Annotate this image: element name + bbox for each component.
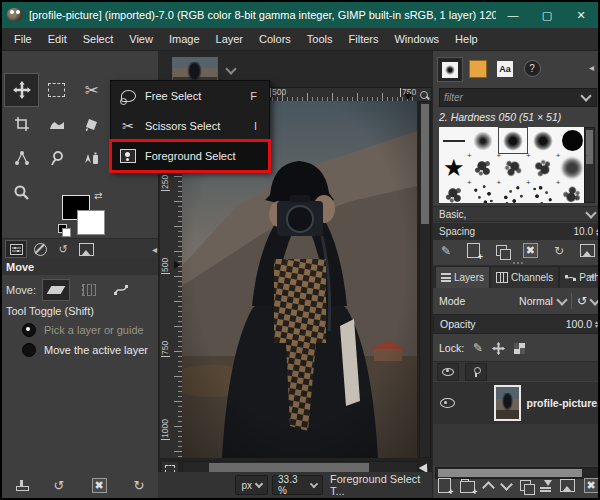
background-color-swatch[interactable] [77,210,105,235]
menu-windows[interactable]: Windows [386,30,447,48]
move-tool-button[interactable] [4,73,39,107]
new-layer-icon[interactable] [438,478,451,493]
spin-down-icon[interactable]: ▾ [596,232,599,236]
new-group-icon[interactable] [460,481,475,493]
ink-airbrush-tool-button[interactable] [74,141,109,175]
layer-visibility-toggle[interactable] [433,398,462,408]
vertical-scrollbar[interactable] [419,101,431,458]
open-brush-icon[interactable] [580,244,595,257]
smudge-tool-button[interactable] [39,107,74,141]
move-selection-button[interactable] [76,280,102,300]
menu-tools[interactable]: Tools [299,30,341,48]
menu-item-free-select[interactable]: Free Select F [111,81,269,111]
mode-dropdown[interactable]: Normal [519,295,566,307]
layer-thumbnail[interactable] [494,385,521,421]
save-preset-icon[interactable] [16,480,27,491]
image-tab-menu-icon[interactable] [224,64,238,76]
images-tab[interactable] [76,241,96,257]
delete-preset-icon[interactable]: ✖ [92,478,107,493]
opacity-spinner[interactable]: ▴ ▾ [595,320,598,328]
brush-thumbnail[interactable] [469,154,499,181]
brush-thumbnail[interactable] [469,127,499,154]
duplicate-brush-icon[interactable] [496,245,507,256]
visibility-column-button[interactable] [437,363,459,381]
spacing-spinner[interactable]: ▴ ▾ [596,228,599,236]
patterns-tab[interactable] [466,57,490,80]
move-path-button[interactable] [108,280,134,300]
scissors-select-tool-button[interactable]: ✂ [74,73,109,107]
brush-thumbnail[interactable] [439,181,469,203]
link-column-button[interactable] [465,363,487,381]
menu-edit[interactable]: Edit [40,30,75,48]
raise-layer-icon[interactable] [482,481,495,494]
chevron-down-icon[interactable] [589,294,600,305]
dock-collapse-icon[interactable]: ◂ [589,270,594,281]
lock-alpha-icon[interactable] [514,343,525,354]
duplicate-layer-icon[interactable] [520,480,531,491]
menu-select[interactable]: Select [75,30,122,48]
brush-grid-scrollbar[interactable] [584,127,595,203]
zoom-dropdown[interactable]: 33.3 % [272,475,323,495]
chevron-down-icon[interactable] [580,90,591,101]
spacing-slider[interactable]: Spacing 10.0 ▴ ▾ [433,223,600,240]
menu-file[interactable]: File [6,30,40,48]
bucket-fill-tool-button[interactable] [74,107,109,141]
brush-thumbnail[interactable] [528,154,558,181]
edit-brush-icon[interactable]: ✎ [441,244,451,258]
brush-thumbnail[interactable] [439,127,469,154]
fonts-tab[interactable]: Aa [493,57,517,80]
brush-group-dropdown[interactable]: Basic, [433,206,600,222]
layer-row[interactable]: profile-picture.j [433,382,600,424]
menu-help[interactable]: Help [447,30,486,48]
zoom-tool-button[interactable] [4,175,39,209]
menu-colors[interactable]: Colors [251,30,299,48]
refresh-brushes-icon[interactable]: ↻ [554,244,564,258]
spin-down-icon[interactable]: ▾ [595,324,598,328]
brush-thumbnail[interactable] [557,127,587,154]
brush-thumbnail[interactable] [557,154,587,181]
brush-thumbnail[interactable] [498,154,528,181]
menu-layer[interactable]: Layer [208,30,252,48]
dock-collapse-icon[interactable]: ◂ [152,244,157,255]
tab-channels[interactable]: Channels [490,266,559,288]
brush-thumbnail[interactable] [557,181,587,203]
minimize-button[interactable]: — [496,2,530,28]
move-layer-button[interactable] [42,279,70,301]
default-colors-icon[interactable] [58,224,70,236]
lock-pixels-icon[interactable]: ✎ [473,341,483,355]
brush-scrollbar-thumb[interactable] [586,130,593,164]
horizontal-scrollbar-thumb[interactable] [209,463,369,472]
reset-preset-icon[interactable]: ↻ [134,478,145,493]
undo-history-tab[interactable]: ↺ [53,241,73,257]
layer-mask-icon[interactable] [560,479,575,492]
new-brush-icon[interactable] [467,243,480,258]
brush-grid[interactable]: ★ [439,127,587,203]
brush-thumbnail[interactable] [528,127,558,154]
dodge-burn-tool-button[interactable] [39,141,74,175]
tool-options-tab[interactable] [5,240,27,258]
rectangle-select-tool-button[interactable] [39,73,74,107]
brush-filter-input[interactable] [440,92,582,103]
menu-image[interactable]: Image [161,30,208,48]
tab-layers[interactable]: Layers [435,266,490,288]
menu-item-foreground-select[interactable]: Foreground Select [111,141,269,171]
dock-collapse-icon[interactable]: ◂ [589,62,594,73]
delete-layer-icon[interactable]: ✖ [584,478,599,493]
paths-tool-button[interactable] [4,141,39,175]
brushes-tab[interactable] [437,57,463,82]
menu-view[interactable]: View [121,30,161,48]
unit-dropdown[interactable]: px [235,475,268,495]
help-tab[interactable]: ? [520,57,544,80]
lock-position-icon[interactable] [492,342,505,355]
menu-item-scissors-select[interactable]: ✂ Scissors Select I [111,111,269,141]
crop-tool-button[interactable] [4,107,39,141]
restore-preset-icon[interactable]: ↺ [54,478,65,493]
layer-list-empty-area[interactable] [433,424,600,466]
mode-reset-icon[interactable]: ↺ [577,294,587,308]
menu-filters[interactable]: Filters [341,30,387,48]
brush-thumbnail[interactable] [498,181,528,203]
zoom-follow-window-button[interactable] [417,88,431,101]
swap-colors-icon[interactable]: ⇄ [94,190,102,201]
brush-thumbnail-selected[interactable] [498,127,528,154]
brush-thumbnail[interactable] [528,181,558,203]
